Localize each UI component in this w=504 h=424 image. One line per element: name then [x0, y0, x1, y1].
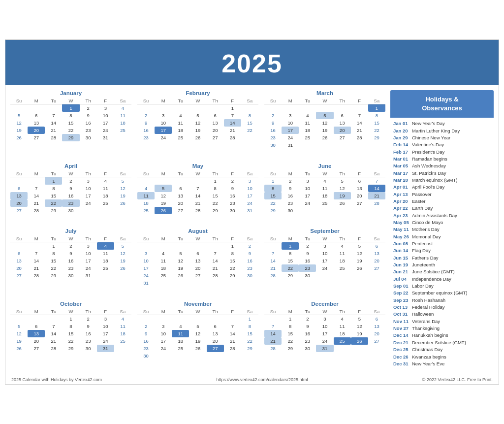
calendar-day: 14 [28, 257, 45, 264]
calendar-day [137, 315, 155, 323]
calendar-day [351, 272, 368, 279]
calendar-day: 1 [62, 104, 79, 112]
calendar-day: 17 [316, 330, 333, 337]
calendar-day: 22 [224, 264, 241, 272]
calendar-day: 25 [97, 199, 114, 207]
calendar-day: 27 [10, 207, 28, 214]
month-title: July [10, 228, 131, 234]
holiday-item: Jun 08Pentecost [393, 241, 492, 247]
calendar-day [241, 134, 258, 141]
calendar-day [351, 207, 368, 214]
holiday-name: Juneteenth [412, 262, 435, 268]
calendar-day: 23 [137, 345, 155, 352]
calendar-day: 6 [10, 185, 28, 192]
calendar-day: 14 [189, 192, 206, 199]
calendar-day: 12 [351, 250, 368, 257]
calendar-day: 30 [299, 272, 316, 279]
holiday-item: Apr 20Easter [393, 198, 492, 204]
calendar-day: 9 [137, 330, 155, 337]
calendar-day: 28 [224, 345, 241, 352]
calendar-day: 8 [282, 250, 299, 257]
calendar-day: 13 [28, 330, 45, 337]
calendar-day [172, 177, 189, 185]
month-title: April [10, 163, 131, 169]
holiday-name: Ramadan begins [412, 156, 447, 162]
calendar-day: 3 [155, 323, 172, 330]
calendar-day: 14 [351, 119, 368, 127]
calendar-day: 13 [368, 323, 385, 330]
calendar-day [299, 104, 316, 112]
calendar-day: 1 [282, 315, 299, 323]
calendar-day: 8 [282, 323, 299, 330]
holiday-name: December Solstice (GMT) [412, 340, 466, 346]
calendar-day: 15 [224, 257, 241, 264]
calendar-day [28, 177, 45, 185]
calendar-day: 26 [334, 199, 351, 207]
calendar-day [207, 104, 224, 112]
calendar-day: 24 [155, 134, 172, 141]
calendar-day: 12 [316, 119, 333, 127]
holiday-name: March equinox (GMT) [412, 177, 457, 183]
calendar-day: 7 [189, 185, 206, 192]
calendar-day: 11 [97, 250, 114, 257]
calendar-day: 11 [172, 119, 189, 127]
calendar-day: 5 [155, 185, 172, 192]
calendar-day: 23 [62, 264, 79, 272]
calendar-day: 13 [334, 119, 351, 127]
calendar-day: 5 [189, 323, 206, 330]
footer: 2025 Calendar with Holidays by Vertex42.… [5, 375, 499, 384]
holiday-date: Sep 23 [393, 297, 412, 303]
calendar-day: 1 [45, 177, 62, 185]
calendar-day: 2 [62, 177, 79, 185]
calendar-day: 11 [334, 323, 351, 330]
calendar-day: 17 [137, 264, 155, 272]
calendar-day: 27 [189, 272, 206, 279]
month-table: SuMTuWThFSa12345678910111213141516171819… [264, 235, 385, 279]
calendar-day: 20 [368, 257, 385, 264]
calendar-day: 2 [62, 242, 79, 250]
calendar-day: 17 [97, 119, 114, 127]
calendar-day: 16 [241, 257, 258, 264]
calendar-day: 10 [155, 330, 172, 337]
calendar-day: 28 [224, 134, 241, 141]
calendar-day: 9 [224, 185, 241, 192]
calendar-day: 12 [155, 192, 172, 199]
calendar-day: 4 [172, 323, 189, 330]
holiday-date: Nov 27 [393, 326, 412, 331]
calendar-day: 18 [334, 330, 351, 337]
calendar-day: 21 [45, 337, 62, 345]
calendar-day: 28 [28, 272, 45, 279]
calendar-day: 6 [172, 185, 189, 192]
calendar-day: 25 [137, 207, 155, 214]
calendar-day: 31 [97, 134, 114, 141]
calendar-day: 2 [137, 323, 155, 330]
calendar-day: 18 [299, 127, 316, 134]
holiday-name: Valentine's Day [412, 142, 444, 148]
calendar-day: 15 [241, 119, 258, 127]
calendar-day: 25 [172, 345, 189, 352]
calendar-day: 3 [137, 250, 155, 257]
month-title: March [264, 90, 385, 96]
calendar-day: 22 [62, 337, 79, 345]
calendar-day: 12 [334, 185, 351, 192]
calendar-day [97, 272, 114, 279]
calendar-day: 3 [316, 315, 333, 323]
holiday-item: Dec 31New Year's Eve [393, 361, 492, 367]
month-title: September [264, 228, 385, 234]
calendar-day: 5 [10, 112, 28, 119]
holiday-item: Nov 27Thanksgiving [393, 326, 492, 331]
holiday-item: Sep 23Rosh Hashanah [393, 297, 492, 303]
holiday-name: Chinese New Year [412, 135, 450, 141]
holiday-date: Oct 31 [393, 311, 412, 317]
holiday-item: Jun 14Flag Day [393, 248, 492, 254]
calendar-day [10, 242, 28, 250]
calendar-day [10, 177, 28, 185]
calendar-day: 25 [299, 134, 316, 141]
calendar-day: 16 [137, 127, 155, 134]
holiday-item: Sep 22September equinox (GMT) [393, 290, 492, 296]
month-table: SuMTuWThFSa12345678910111213141516171819… [10, 308, 131, 352]
calendar-day: 25 [155, 272, 172, 279]
calendar-day: 18 [155, 264, 172, 272]
calendar-day [189, 104, 206, 112]
calendar-day: 4 [172, 112, 189, 119]
